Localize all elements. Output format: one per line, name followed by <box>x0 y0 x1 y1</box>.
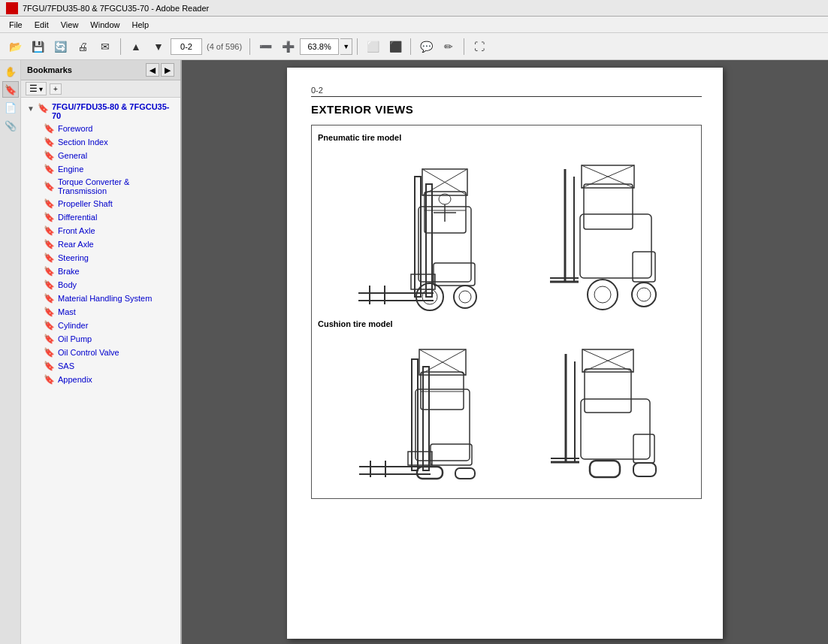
email-button[interactable]: ✉ <box>95 36 116 57</box>
cushion-section: Cushion tire model <box>318 319 695 483</box>
bookmark-item-rear-axle[interactable]: 🔖 Rear Axle <box>21 237 180 251</box>
bookmark-item-foreword[interactable]: 🔖 Foreword <box>21 122 180 135</box>
panel-icons: ✋ 🔖 📄 📎 <box>0 60 21 644</box>
open-button[interactable]: 📂 <box>5 36 26 57</box>
print-button[interactable]: 🖨 <box>72 36 93 57</box>
bookmark-child-icon: 🔖 <box>44 198 55 209</box>
bookmark-label-brake[interactable]: Brake <box>58 267 80 276</box>
bookmark-child-icon: 🔖 <box>44 334 55 344</box>
menu-help[interactable]: Help <box>125 19 155 31</box>
bookmark-item-sas[interactable]: 🔖 SAS <box>21 359 180 373</box>
bookmark-item-front-axle[interactable]: 🔖 Front Axle <box>21 224 180 237</box>
bookmark-item-differential[interactable]: 🔖 Differential <box>21 210 180 224</box>
zoom-input[interactable] <box>300 38 339 55</box>
svg-rect-49 <box>455 468 475 479</box>
comment-button[interactable]: 💬 <box>416 36 437 57</box>
bookmark-item-mast[interactable]: 🔖 Mast <box>21 305 180 319</box>
bookmark-label-front-axle[interactable]: Front Axle <box>58 226 95 235</box>
bookmark-item-torque-converter[interactable]: 🔖 Torque Converter & Transmission <box>21 176 180 197</box>
bookmark-item-material-handling[interactable]: 🔖 Material Handling System <box>21 292 180 305</box>
bookmark-item-appendix[interactable]: 🔖 Appendix <box>21 373 180 386</box>
bookmark-tree[interactable]: ▼ 🔖 7FGU/7FDU35-80 & 7FGCU35-70 🔖 Forewo… <box>21 98 180 644</box>
menu-window[interactable]: Window <box>84 19 125 31</box>
bookmark-child-icon: 🔖 <box>44 181 55 192</box>
zoom-out-button[interactable]: ➖ <box>255 36 276 57</box>
bookmark-label-engine[interactable]: Engine <box>58 165 83 174</box>
bookmark-child-icon: 🔖 <box>44 266 55 277</box>
fit-width-button[interactable]: ⬛ <box>385 36 406 57</box>
refresh-button[interactable]: 🔄 <box>50 36 71 57</box>
svg-rect-43 <box>421 372 464 410</box>
menu-edit[interactable]: Edit <box>29 19 55 31</box>
diagram-box: Pneumatic tire model <box>311 125 702 499</box>
sep2 <box>249 38 250 55</box>
bookmark-item-section-index[interactable]: 🔖 Section Index <box>21 135 180 149</box>
bookmark-label-differential[interactable]: Differential <box>58 213 97 222</box>
cushion-forklift-front <box>344 333 487 483</box>
bookmark-label-appendix[interactable]: Appendix <box>58 375 92 384</box>
bookmark-label-mast[interactable]: Mast <box>58 307 76 316</box>
panel-icon-attachments[interactable]: 📎 <box>2 117 19 134</box>
fit-page-button[interactable]: ⬜ <box>362 36 383 57</box>
bookmark-label-material-handling[interactable]: Material Handling System <box>58 294 152 303</box>
expand-panel-button[interactable]: ▶ <box>161 63 174 77</box>
bookmark-child-icon: 🔖 <box>44 239 55 249</box>
bookmark-item-cylinder[interactable]: 🔖 Cylinder <box>21 319 180 332</box>
svg-point-31 <box>594 286 611 303</box>
bookmark-child-icon: 🔖 <box>44 307 55 317</box>
bookmark-child-icon: 🔖 <box>44 164 55 174</box>
next-page-button[interactable]: ▼ <box>148 36 169 57</box>
bookmark-label-foreword[interactable]: Foreword <box>58 124 92 133</box>
svg-point-33 <box>637 288 651 301</box>
fullscreen-button[interactable]: ⛶ <box>469 36 490 57</box>
annotate-button[interactable]: ✏ <box>438 36 459 57</box>
zoom-dropdown[interactable]: ▼ <box>340 38 352 55</box>
svg-rect-21 <box>580 214 651 278</box>
bookmark-item-body[interactable]: 🔖 Body <box>21 278 180 292</box>
bookmark-root[interactable]: ▼ 🔖 7FGU/7FDU35-80 & 7FGCU35-70 <box>21 101 180 122</box>
bookmark-label-oil-control-valve[interactable]: Oil Control Valve <box>58 348 119 357</box>
bookmark-label-sas[interactable]: SAS <box>58 361 74 370</box>
svg-point-14 <box>459 291 471 303</box>
bookmark-label-rear-axle[interactable]: Rear Axle <box>58 240 94 249</box>
svg-rect-22 <box>584 184 633 229</box>
bookmark-label-oil-pump[interactable]: Oil Pump <box>58 334 92 343</box>
save-button[interactable]: 💾 <box>27 36 48 57</box>
page-top-line <box>311 96 702 97</box>
bookmark-label-general[interactable]: General <box>58 151 87 160</box>
bookmark-item-engine[interactable]: 🔖 Engine <box>21 162 180 176</box>
bookmark-item-oil-pump[interactable]: 🔖 Oil Pump <box>21 332 180 346</box>
menu-file[interactable]: File <box>3 19 29 31</box>
prev-page-button[interactable]: ▲ <box>125 36 147 57</box>
svg-rect-50 <box>431 444 472 465</box>
bookmark-item-brake[interactable]: 🔖 Brake <box>21 265 180 278</box>
bookmark-item-general[interactable]: 🔖 General <box>21 149 180 162</box>
bookmark-root-label[interactable]: 7FGU/7FDU35-80 & 7FGCU35-70 <box>52 102 177 120</box>
bookmark-label-section-index[interactable]: Section Index <box>58 138 108 147</box>
bookmark-item-oil-control-valve[interactable]: 🔖 Oil Control Valve <box>21 346 180 359</box>
menu-view[interactable]: View <box>55 19 85 31</box>
bookmark-label-propeller-shaft[interactable]: Propeller Shaft <box>58 199 113 208</box>
bookmark-item-propeller-shaft[interactable]: 🔖 Propeller Shaft <box>21 197 180 210</box>
sep5 <box>464 38 464 55</box>
pneumatic-label: Pneumatic tire model <box>318 133 695 142</box>
bookmarks-options-button[interactable]: ☰▾ <box>26 82 47 95</box>
sep3 <box>357 38 358 55</box>
bookmark-child-icon: 🔖 <box>44 252 55 263</box>
cushion-forklifts-row <box>318 333 695 483</box>
collapse-panel-button[interactable]: ◀ <box>146 63 159 77</box>
zoom-in-button[interactable]: ➕ <box>277 36 298 57</box>
bookmark-item-steering[interactable]: 🔖 Steering <box>21 251 180 265</box>
add-bookmark-button[interactable]: + <box>50 83 62 95</box>
panel-icon-pages[interactable]: 📄 <box>2 99 19 116</box>
content-area[interactable]: 0-2 EXTERIOR VIEWS Pneumatic tire model <box>182 60 828 644</box>
bookmark-child-icon: 🔖 <box>44 347 55 358</box>
panel-icon-bookmarks[interactable]: 🔖 <box>2 81 19 98</box>
page-number-input[interactable] <box>171 38 202 55</box>
bookmark-label-body[interactable]: Body <box>58 280 77 289</box>
bookmark-label-torque-converter[interactable]: Torque Converter & Transmission <box>58 177 177 195</box>
pneumatic-forklift-side <box>542 147 670 312</box>
panel-icon-hand[interactable]: ✋ <box>2 63 19 80</box>
bookmark-label-steering[interactable]: Steering <box>58 253 89 262</box>
bookmark-label-cylinder[interactable]: Cylinder <box>58 321 88 330</box>
